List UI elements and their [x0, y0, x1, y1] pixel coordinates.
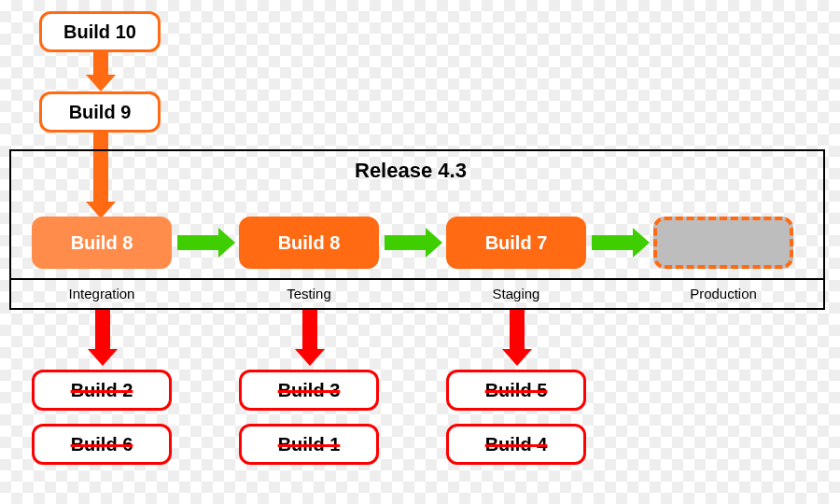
arrow-right-icon [592, 228, 650, 258]
arrow-right-icon [177, 228, 235, 258]
arrow-down-red-icon [295, 310, 325, 366]
arrow-down-icon [86, 52, 116, 91]
release-title: Release 4.3 [355, 159, 467, 183]
discarded-build: Build 3 [239, 370, 379, 411]
pipeline-diagram: Build 10 Build 9 Release 4.3 Build 8 Bui… [0, 0, 840, 504]
stage-label-integration: Integration [32, 286, 172, 301]
stage-build-staging: Build 7 [446, 217, 586, 269]
stage-build-production-empty [653, 217, 793, 269]
stage-label-production: Production [653, 286, 793, 301]
queued-build-9: Build 9 [39, 91, 161, 133]
stage-label-testing: Testing [239, 286, 379, 301]
discarded-build: Build 4 [446, 424, 586, 465]
stage-build-testing: Build 8 [239, 217, 379, 269]
stage-build-integration: Build 8 [32, 217, 172, 269]
discarded-build: Build 5 [446, 370, 586, 411]
arrow-down-red-icon [88, 310, 118, 366]
discarded-build: Build 1 [239, 424, 379, 465]
arrow-down-red-icon [502, 310, 532, 366]
stage-label-staging: Staging [446, 286, 586, 301]
queued-build-10: Build 10 [39, 11, 161, 52]
discarded-build: Build 6 [32, 424, 172, 465]
discarded-build: Build 2 [32, 370, 172, 411]
arrow-right-icon [385, 228, 442, 258]
